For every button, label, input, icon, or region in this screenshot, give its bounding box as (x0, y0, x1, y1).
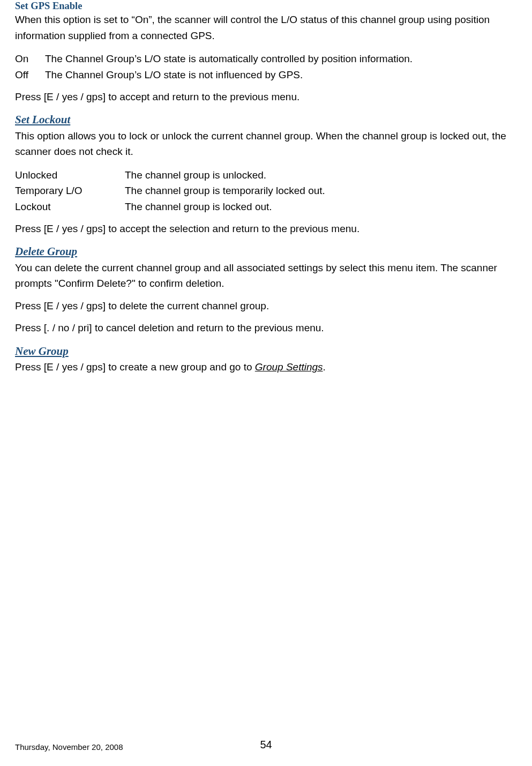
option-value: The channel group is temporarily locked … (125, 183, 325, 198)
paragraph: Press [E / yes / gps] to accept the sele… (15, 221, 517, 236)
option-value: The channel group is locked out. (125, 199, 325, 214)
footer-page-number: 54 (260, 737, 272, 753)
option-value: The Channel Group’s L/O state is automat… (45, 51, 413, 66)
page-footer: Thursday, November 20, 2008 54 (15, 741, 517, 753)
heading-set-lockout: Set Lockout (15, 112, 517, 128)
footer-date: Thursday, November 20, 2008 (15, 741, 123, 753)
options-table: Unlocked The channel group is unlocked. … (15, 167, 325, 214)
heading-delete-group: Delete Group (15, 244, 517, 259)
option-key: On (15, 51, 45, 66)
paragraph: Press [E / yes / gps] to delete the curr… (15, 298, 517, 314)
option-key: Unlocked (15, 167, 125, 183)
option-value: The Channel Group’s L/O state is not inf… (45, 67, 413, 83)
paragraph: Press [. / no / pri] to cancel deletion … (15, 320, 517, 336)
table-row: Unlocked The channel group is unlocked. (15, 167, 325, 183)
heading-set-gps-enable: Set GPS Enable (15, 0, 517, 12)
options-table: On The Channel Group’s L/O state is auto… (15, 51, 413, 83)
paragraph: When this option is set to “On”, the sca… (15, 12, 517, 43)
option-value: The channel group is unlocked. (125, 167, 325, 183)
option-key: Off (15, 67, 45, 83)
table-row: On The Channel Group’s L/O state is auto… (15, 51, 413, 66)
text-fragment: Press [E / yes / gps] to create a new gr… (15, 361, 255, 373)
table-row: Off The Channel Group’s L/O state is not… (15, 67, 413, 83)
table-row: Temporary L/O The channel group is tempo… (15, 183, 325, 198)
table-row: Lockout The channel group is locked out. (15, 199, 325, 214)
paragraph: This option allows you to lock or unlock… (15, 128, 517, 160)
option-key: Temporary L/O (15, 183, 125, 198)
paragraph: You can delete the current channel group… (15, 260, 517, 292)
paragraph: Press [E / yes / gps] to create a new gr… (15, 359, 517, 375)
text-fragment: . (323, 361, 326, 373)
link-group-settings[interactable]: Group Settings (255, 361, 323, 373)
heading-new-group: New Group (15, 344, 517, 359)
option-key: Lockout (15, 199, 125, 214)
paragraph: Press [E / yes / gps] to accept and retu… (15, 89, 517, 105)
